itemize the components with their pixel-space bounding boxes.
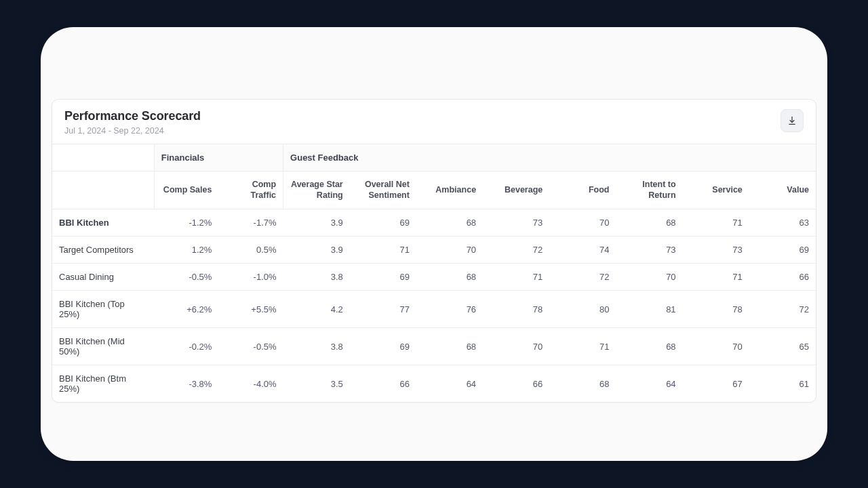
cell-comp_sales: -0.2%	[154, 328, 218, 365]
app-window: Performance Scorecard Jul 1, 2024 - Sep …	[41, 27, 827, 461]
cell-comp_traffic: -1.0%	[218, 264, 283, 291]
col-header-comp-sales[interactable]: Comp Sales	[154, 171, 218, 209]
cell-value: 69	[749, 237, 816, 264]
card-header: Performance Scorecard Jul 1, 2024 - Sep …	[52, 100, 816, 144]
cell-food: 80	[549, 291, 616, 328]
group-header-row: Financials Guest Feedback	[52, 144, 816, 171]
table-row[interactable]: BBI Kitchen (Btm 25%)-3.8%-4.0%3.5666466…	[52, 365, 816, 403]
table-row[interactable]: BBI Kitchen (Top 25%)+6.2%+5.5%4.2777678…	[52, 291, 816, 328]
cell-ambiance: 70	[416, 237, 483, 264]
cell-avg_star: 3.8	[283, 264, 350, 291]
cell-intent_return: 70	[616, 264, 682, 291]
cell-value: 65	[749, 328, 816, 365]
cell-comp_sales: -0.5%	[154, 264, 218, 291]
table-row[interactable]: Casual Dining-0.5%-1.0%3.869687172707166	[52, 264, 816, 291]
col-header-comp-traffic[interactable]: Comp Traffic	[218, 171, 283, 209]
cell-avg_star: 3.9	[283, 209, 350, 237]
cell-beverage: 78	[483, 291, 549, 328]
cell-beverage: 71	[483, 264, 549, 291]
cell-service: 67	[683, 365, 749, 403]
cell-value: 61	[749, 365, 816, 403]
cell-intent_return: 64	[616, 365, 682, 403]
cell-value: 72	[749, 291, 816, 328]
col-header-avg-star[interactable]: Average Star Rating	[283, 171, 350, 209]
col-header-blank	[52, 171, 154, 209]
row-label: Target Competitors	[52, 237, 154, 264]
cell-ambiance: 68	[416, 264, 483, 291]
cell-avg_star: 3.8	[283, 328, 350, 365]
cell-service: 70	[683, 328, 749, 365]
col-header-intent-return[interactable]: Intent to Return	[616, 171, 682, 209]
cell-service: 71	[683, 209, 749, 237]
cell-intent_return: 68	[616, 328, 682, 365]
row-label: Casual Dining	[52, 264, 154, 291]
row-label: BBI Kitchen (Btm 25%)	[52, 365, 154, 403]
row-label: BBI Kitchen (Mid 50%)	[52, 328, 154, 365]
row-label: BBI Kitchen	[52, 209, 154, 237]
cell-service: 71	[683, 264, 749, 291]
cell-avg_star: 3.5	[283, 365, 350, 403]
cell-service: 78	[683, 291, 749, 328]
cell-comp_sales: +6.2%	[154, 291, 218, 328]
table-row[interactable]: BBI Kitchen-1.2%-1.7%3.969687370687163	[52, 209, 816, 237]
cell-overall_net: 77	[350, 291, 416, 328]
cell-food: 71	[549, 328, 616, 365]
cell-value: 63	[749, 209, 816, 237]
group-header-blank	[52, 144, 154, 171]
cell-overall_net: 66	[350, 365, 416, 403]
cell-food: 68	[549, 365, 616, 403]
scorecard-table: Financials Guest Feedback Comp Sales Com…	[52, 144, 816, 402]
cell-comp_traffic: -0.5%	[218, 328, 283, 365]
cell-comp_traffic: -1.7%	[218, 209, 283, 237]
cell-avg_star: 3.9	[283, 237, 350, 264]
cell-food: 74	[549, 237, 616, 264]
table-row[interactable]: Target Competitors1.2%0.5%3.971707274737…	[52, 237, 816, 264]
cell-beverage: 70	[483, 328, 549, 365]
cell-ambiance: 68	[416, 209, 483, 237]
cell-comp_traffic: 0.5%	[218, 237, 283, 264]
cell-beverage: 73	[483, 209, 549, 237]
cell-intent_return: 81	[616, 291, 682, 328]
cell-comp_sales: -1.2%	[154, 209, 218, 237]
cell-ambiance: 68	[416, 328, 483, 365]
scorecard-card: Performance Scorecard Jul 1, 2024 - Sep …	[52, 99, 816, 403]
cell-comp_traffic: +5.5%	[218, 291, 283, 328]
date-range: Jul 1, 2024 - Sep 22, 2024	[64, 126, 201, 136]
cell-overall_net: 69	[350, 209, 416, 237]
cell-service: 73	[683, 237, 749, 264]
cell-comp_traffic: -4.0%	[218, 365, 283, 403]
download-button[interactable]	[781, 109, 804, 132]
cell-overall_net: 69	[350, 264, 416, 291]
column-header-row: Comp Sales Comp Traffic Average Star Rat…	[52, 171, 816, 209]
table-body: BBI Kitchen-1.2%-1.7%3.969687370687163Ta…	[52, 209, 816, 403]
cell-intent_return: 68	[616, 209, 682, 237]
col-header-beverage[interactable]: Beverage	[483, 171, 549, 209]
title-block: Performance Scorecard Jul 1, 2024 - Sep …	[64, 109, 201, 136]
cell-value: 66	[749, 264, 816, 291]
page-title: Performance Scorecard	[64, 109, 201, 123]
cell-ambiance: 64	[416, 365, 483, 403]
cell-food: 70	[549, 209, 616, 237]
col-header-value[interactable]: Value	[749, 171, 816, 209]
cell-overall_net: 71	[350, 237, 416, 264]
cell-avg_star: 4.2	[283, 291, 350, 328]
group-header-financials: Financials	[154, 144, 283, 171]
col-header-overall-net[interactable]: Overall Net Sentiment	[350, 171, 416, 209]
cell-overall_net: 69	[350, 328, 416, 365]
cell-beverage: 66	[483, 365, 549, 403]
cell-comp_sales: -3.8%	[154, 365, 218, 403]
group-header-guest-feedback: Guest Feedback	[283, 144, 816, 171]
row-label: BBI Kitchen (Top 25%)	[52, 291, 154, 328]
col-header-food[interactable]: Food	[549, 171, 616, 209]
cell-intent_return: 73	[616, 237, 682, 264]
cell-ambiance: 76	[416, 291, 483, 328]
cell-food: 72	[549, 264, 616, 291]
col-header-ambiance[interactable]: Ambiance	[416, 171, 483, 209]
cell-beverage: 72	[483, 237, 549, 264]
cell-comp_sales: 1.2%	[154, 237, 218, 264]
table-row[interactable]: BBI Kitchen (Mid 50%)-0.2%-0.5%3.8696870…	[52, 328, 816, 365]
download-icon	[787, 115, 797, 126]
col-header-service[interactable]: Service	[683, 171, 749, 209]
